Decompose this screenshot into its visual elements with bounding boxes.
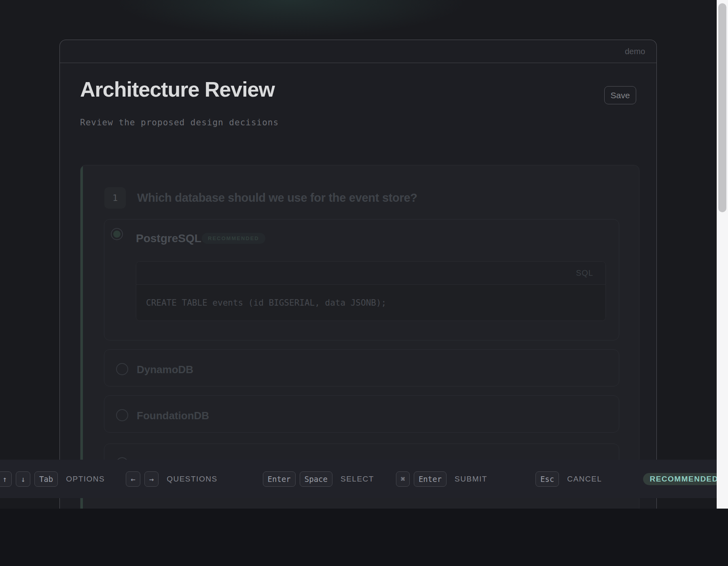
save-button[interactable]: Save bbox=[604, 86, 636, 104]
window-titlebar: demo bbox=[60, 40, 656, 63]
code-block-header: SQL bbox=[136, 262, 605, 285]
option-label: FoundationDB bbox=[137, 410, 209, 422]
key-enter: Enter bbox=[414, 471, 447, 487]
option-label: DynamoDB bbox=[137, 363, 193, 376]
shortcut-group-cancel: Esc CANCEL bbox=[535, 471, 602, 487]
shortcut-group-select: Enter Space SELECT bbox=[263, 471, 374, 487]
shortcut-label: OPTIONS bbox=[66, 475, 105, 484]
option-dynamodb[interactable]: DynamoDB bbox=[104, 349, 619, 386]
viewport: demo Architecture Review Save Review the… bbox=[0, 0, 717, 509]
option-postgresql[interactable]: PostgreSQL RECOMMENDED SQL CREATE TABLE … bbox=[104, 219, 619, 340]
question-number: 1 bbox=[104, 187, 126, 209]
scrollbar[interactable] bbox=[717, 0, 728, 509]
code-language-label: SQL bbox=[576, 268, 593, 278]
page-title: Architecture Review bbox=[80, 77, 275, 101]
key-command: ⌘ bbox=[396, 471, 410, 487]
page: demo Architecture Review Save Review the… bbox=[0, 0, 728, 566]
shortcut-label: SELECT bbox=[341, 475, 374, 484]
option-foundationdb[interactable]: FoundationDB bbox=[104, 395, 619, 433]
code-text: CREATE TABLE events (id BIGSERIAL, data … bbox=[146, 298, 386, 308]
option-label: PostgreSQL bbox=[136, 232, 201, 245]
recommended-badge: RECOMMENDED bbox=[202, 233, 265, 244]
key-arrow-left: ← bbox=[126, 471, 140, 487]
shortcut-group-options: ↑ ↓ Tab OPTIONS bbox=[0, 471, 105, 487]
key-esc: Esc bbox=[535, 471, 559, 487]
shortcut-bar: ↑ ↓ Tab OPTIONS ← → QUESTIONS Enter Spac… bbox=[0, 460, 717, 498]
key-space: Space bbox=[300, 471, 332, 487]
shortcut-label: QUESTIONS bbox=[167, 475, 217, 484]
radio-unselected-icon[interactable] bbox=[116, 363, 128, 375]
radio-dot bbox=[113, 230, 121, 238]
shortcut-group-submit: ⌘ Enter SUBMIT bbox=[396, 471, 487, 487]
key-tab: Tab bbox=[34, 471, 58, 487]
page-subtitle: Review the proposed design decisions bbox=[80, 118, 279, 127]
shortcut-label: CANCEL bbox=[567, 475, 602, 484]
question-card: 1 Which database should we use for the e… bbox=[80, 165, 639, 509]
key-arrow-up: ↑ bbox=[0, 471, 12, 487]
question-title: Which database should we use for the eve… bbox=[137, 191, 417, 205]
shortcut-group-questions: ← → QUESTIONS bbox=[126, 471, 217, 487]
env-badge: demo bbox=[625, 47, 645, 56]
key-arrow-right: → bbox=[144, 471, 159, 487]
scrollbar-thumb[interactable] bbox=[718, 3, 726, 212]
app-window: demo Architecture Review Save Review the… bbox=[59, 40, 657, 509]
radio-selected-icon[interactable] bbox=[111, 228, 123, 240]
key-enter: Enter bbox=[263, 471, 296, 487]
shortcut-label: SUBMIT bbox=[455, 475, 487, 484]
recommended-status-badge: RECOMMENDED bbox=[643, 473, 717, 485]
key-arrow-down: ↓ bbox=[16, 471, 30, 487]
radio-unselected-icon[interactable] bbox=[116, 409, 128, 421]
code-block-body: CREATE TABLE events (id BIGSERIAL, data … bbox=[136, 285, 605, 321]
code-block: SQL CREATE TABLE events (id BIGSERIAL, d… bbox=[136, 261, 606, 321]
